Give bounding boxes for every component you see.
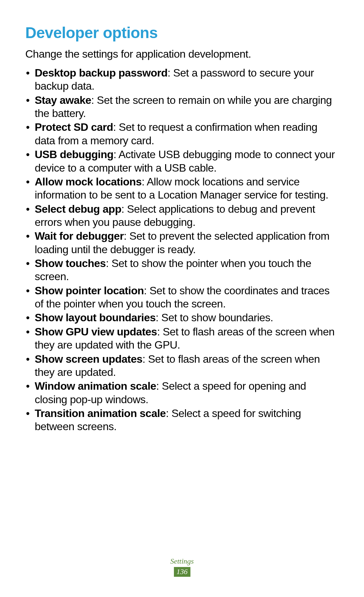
item-term: Show GPU view updates (35, 326, 157, 338)
intro-text: Change the settings for application deve… (25, 48, 339, 60)
item-desc: : Set to show boundaries. (156, 311, 273, 324)
item-term: Desktop backup password (35, 67, 168, 79)
item-term: Show screen updates (35, 353, 142, 365)
item-term: Allow mock locations (35, 176, 142, 188)
item-term: USB debugging (35, 148, 113, 160)
item-term: Show pointer location (35, 285, 144, 297)
item-term: Transition animation scale (35, 407, 166, 419)
list-item: Wait for debugger: Set to prevent the se… (35, 230, 339, 256)
options-list: Desktop backup password: Set a password … (25, 66, 339, 434)
item-term: Select debug app (35, 203, 121, 215)
section-heading: Developer options (25, 24, 339, 42)
list-item: Protect SD card: Set to request a confir… (35, 121, 339, 147)
list-item: Show touches: Set to show the pointer wh… (35, 257, 339, 283)
list-item: Desktop backup password: Set a password … (35, 66, 339, 93)
footer-section-label: Settings (0, 557, 364, 566)
list-item: Transition animation scale: Select a spe… (35, 407, 339, 434)
item-term: Show touches (35, 257, 106, 269)
list-item: Window animation scale: Select a speed f… (35, 380, 339, 406)
list-item: Show pointer location: Set to show the c… (35, 284, 339, 311)
page-content: Developer options Change the settings fo… (0, 0, 364, 434)
item-term: Protect SD card (35, 121, 113, 133)
item-term: Show layout boundaries (35, 311, 156, 324)
item-term: Stay awake (35, 94, 91, 106)
list-item: Stay awake: Set the screen to remain on … (35, 94, 339, 120)
page-footer: Settings 136 (0, 557, 364, 577)
item-term: Window animation scale (35, 380, 156, 392)
footer-page-number: 136 (174, 567, 190, 577)
list-item: Allow mock locations: Allow mock locatio… (35, 175, 339, 202)
list-item: Show screen updates: Set to flash areas … (35, 353, 339, 379)
list-item: USB debugging: Activate USB debugging mo… (35, 148, 339, 175)
list-item: Select debug app: Select applications to… (35, 203, 339, 229)
item-term: Wait for debugger (35, 230, 124, 242)
list-item: Show GPU view updates: Set to flash area… (35, 325, 339, 352)
list-item: Show layout boundaries: Set to show boun… (35, 311, 339, 324)
